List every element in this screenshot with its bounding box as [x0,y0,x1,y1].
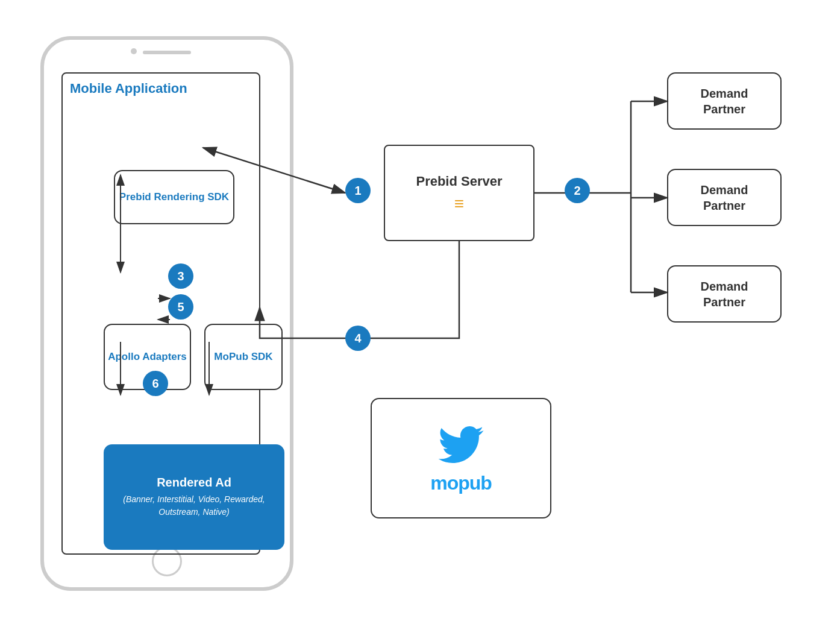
badge-4: 4 [345,326,371,351]
mopub-logo-text: mopub [430,472,492,494]
badge-2: 2 [565,178,590,203]
prebid-sdk-label: Prebid Rendering SDK [119,191,229,204]
prebid-server-label: Prebid Server [416,174,502,189]
rendered-ad-subtitle: (Banner, Interstitial, Video, Rewarded, … [104,493,284,518]
rendered-ad-box: Rendered Ad (Banner, Interstitial, Video… [104,444,284,550]
demand-partner-2: DemandPartner [667,169,782,226]
badge-5: 5 [168,294,193,320]
rendered-ad-title: Rendered Ad [157,476,231,490]
demand-partner-1-label: DemandPartner [701,86,748,117]
apollo-adapters-label: Apollo Adapters [108,350,187,364]
badge-1: 1 [345,178,371,203]
badge-6: 6 [143,371,168,396]
badge-3: 3 [168,263,193,289]
demand-partner-2-label: DemandPartner [701,182,748,213]
prebid-sdk-box: Prebid Rendering SDK [114,170,234,224]
demand-partner-1: DemandPartner [667,72,782,130]
phone-camera [131,48,137,54]
prebid-server-box: Prebid Server ≡ [384,145,534,241]
demand-partner-3: DemandPartner [667,265,782,323]
diagram: Mobile Application Prebid Rendering SDK … [28,24,812,603]
mobile-app-title: Mobile Application [70,81,187,96]
twitter-bird-icon [434,422,488,467]
demand-partner-3-label: DemandPartner [701,279,748,310]
mobile-app-box: Mobile Application Prebid Rendering SDK … [61,72,260,555]
mopub-sdk-box: MoPub SDK [204,324,283,390]
mopub-pub: pub [458,472,492,494]
hamburger-icon: ≡ [454,195,464,212]
mopub-logo-box: mopub [371,398,551,518]
mopub-sdk-label: MoPub SDK [214,350,272,364]
mopub-mo: mo [430,472,458,494]
phone-speaker [143,51,191,54]
